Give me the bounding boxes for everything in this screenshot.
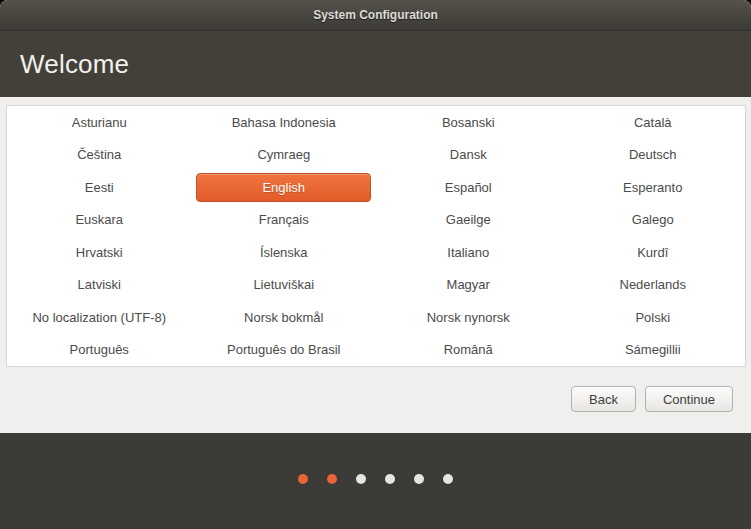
progress-dot	[356, 474, 366, 484]
window-title: System Configuration	[313, 8, 438, 22]
language-item[interactable]: Français	[259, 212, 309, 227]
language-item[interactable]: Íslenska	[260, 245, 308, 260]
language-item[interactable]: Asturianu	[72, 115, 127, 130]
language-item[interactable]: Română	[444, 342, 493, 357]
back-button[interactable]: Back	[571, 386, 636, 412]
progress-dot	[414, 474, 424, 484]
language-item[interactable]: Galego	[632, 212, 674, 227]
language-item[interactable]: Čeština	[77, 147, 121, 162]
language-item[interactable]: No localization (UTF-8)	[32, 310, 166, 325]
page-title: Welcome	[20, 49, 129, 80]
language-item[interactable]: Latviski	[78, 277, 121, 292]
language-item[interactable]: Eesti	[85, 180, 114, 195]
continue-button[interactable]: Continue	[645, 386, 733, 412]
titlebar[interactable]: System Configuration	[0, 0, 751, 31]
welcome-header: Welcome	[0, 31, 751, 97]
language-item[interactable]: Polski	[635, 310, 670, 325]
language-item[interactable]: Dansk	[450, 147, 487, 162]
system-configuration-window: System Configuration Welcome AsturianuBa…	[0, 0, 751, 529]
language-item[interactable]: Euskara	[75, 212, 123, 227]
language-item[interactable]: Sámegillii	[625, 342, 681, 357]
language-item[interactable]: Hrvatski	[76, 245, 123, 260]
language-item[interactable]: Português do Brasil	[227, 342, 340, 357]
language-item[interactable]: Norsk nynorsk	[427, 310, 510, 325]
progress-dot-active	[298, 474, 308, 484]
language-item[interactable]: Norsk bokmål	[244, 310, 323, 325]
progress-dot	[443, 474, 453, 484]
progress-dot	[385, 474, 395, 484]
language-item[interactable]: Nederlands	[620, 277, 687, 292]
main-content: AsturianuBahasa IndonesiaBosanskiCatalàČ…	[0, 97, 751, 433]
language-item[interactable]: Kurdî	[637, 245, 668, 260]
language-item[interactable]: Italiano	[447, 245, 489, 260]
language-item[interactable]: Esperanto	[623, 180, 682, 195]
language-item[interactable]: Lietuviškai	[253, 277, 314, 292]
language-panel: AsturianuBahasa IndonesiaBosanskiCatalàČ…	[6, 105, 746, 367]
language-item[interactable]: Deutsch	[629, 147, 677, 162]
progress-dots	[0, 474, 751, 484]
language-grid: AsturianuBahasa IndonesiaBosanskiCatalàČ…	[7, 106, 745, 366]
language-item[interactable]: Português	[70, 342, 129, 357]
language-item[interactable]: Català	[634, 115, 672, 130]
language-item[interactable]: Bahasa Indonesia	[232, 115, 336, 130]
language-item-selected[interactable]: English	[196, 173, 371, 202]
footer-bar	[0, 433, 751, 529]
action-button-row: Back Continue	[571, 386, 733, 412]
language-item[interactable]: Magyar	[447, 277, 490, 292]
language-item[interactable]: Cymraeg	[257, 147, 310, 162]
language-item[interactable]: Español	[445, 180, 492, 195]
language-item[interactable]: Gaeilge	[446, 212, 491, 227]
progress-dot-active	[327, 474, 337, 484]
language-item[interactable]: Bosanski	[442, 115, 495, 130]
